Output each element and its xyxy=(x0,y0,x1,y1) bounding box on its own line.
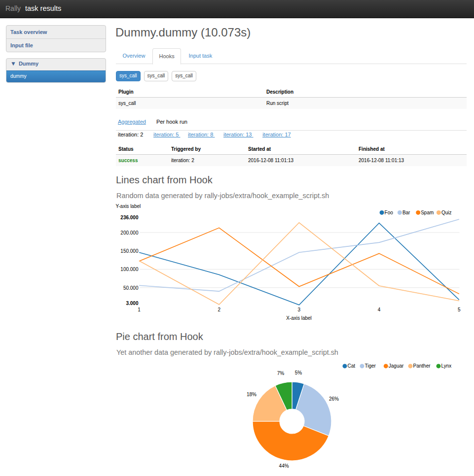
svg-text:26%: 26% xyxy=(329,396,339,402)
svg-text:3.000: 3.000 xyxy=(126,301,138,306)
svg-text:200.000: 200.000 xyxy=(120,230,139,236)
svg-text:150.000: 150.000 xyxy=(120,248,139,254)
svg-text:100.000: 100.000 xyxy=(120,267,139,272)
svg-text:5: 5 xyxy=(458,307,461,312)
svg-text:Panther: Panther xyxy=(413,363,431,369)
svg-text:Bar: Bar xyxy=(402,210,410,215)
svg-text:50.000: 50.000 xyxy=(123,285,139,291)
svg-text:1: 1 xyxy=(138,307,141,312)
svg-text:3: 3 xyxy=(298,307,301,312)
svg-text:Tiger: Tiger xyxy=(365,363,376,369)
svg-text:Quiz: Quiz xyxy=(441,210,452,215)
svg-text:4: 4 xyxy=(378,307,381,312)
svg-text:44%: 44% xyxy=(279,463,289,469)
svg-text:236.000: 236.000 xyxy=(120,215,139,220)
svg-text:Cat: Cat xyxy=(348,363,356,369)
svg-text:18%: 18% xyxy=(247,392,256,397)
svg-text:2: 2 xyxy=(218,307,220,312)
svg-text:Foo: Foo xyxy=(385,210,394,215)
svg-text:5%: 5% xyxy=(295,370,302,375)
svg-text:X-axis label: X-axis label xyxy=(286,315,312,321)
svg-text:Spam: Spam xyxy=(421,210,434,215)
svg-text:Lynx: Lynx xyxy=(441,363,452,369)
svg-text:7%: 7% xyxy=(277,371,285,376)
svg-text:Jaguar: Jaguar xyxy=(389,363,404,369)
svg-text:Y-axis label: Y-axis label xyxy=(116,204,141,209)
